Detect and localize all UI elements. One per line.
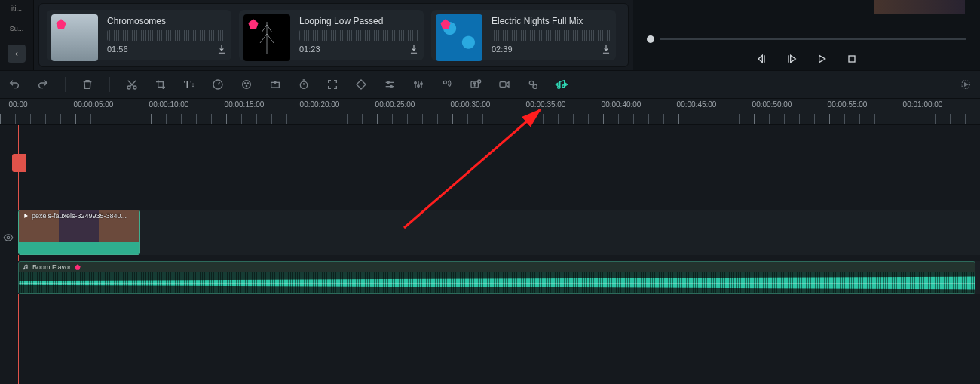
svg-rect-13 xyxy=(849,56,855,62)
ruler-time-label: 00:00:45:00 xyxy=(677,100,717,109)
media-thumbnail xyxy=(51,14,98,61)
video-clip[interactable]: pexels-fauxels-3249935-3840... xyxy=(18,210,140,255)
ruler-time-label: 00:00:15:00 xyxy=(225,100,265,109)
download-icon[interactable] xyxy=(216,44,227,54)
media-library: Chromosomes 01:56 Looping Low Passed 01:… xyxy=(38,3,629,67)
svg-marker-0 xyxy=(56,19,66,29)
media-item[interactable]: Chromosomes 01:56 xyxy=(47,10,231,60)
media-duration: 01:56 xyxy=(107,45,128,54)
media-title: Looping Low Passed xyxy=(299,16,419,26)
stop-button[interactable] xyxy=(845,52,859,66)
subtitle-auto-icon[interactable]: T xyxy=(469,78,482,91)
media-item[interactable]: Electric Nights Full Mix 02:39 xyxy=(431,10,616,60)
redo-icon[interactable] xyxy=(36,78,50,91)
delete-icon[interactable] xyxy=(81,78,94,91)
smart-edit-icon[interactable] xyxy=(526,78,540,91)
svg-text:T: T xyxy=(473,82,476,87)
timer-icon[interactable] xyxy=(297,78,311,91)
video-track[interactable]: pexels-fauxels-3249935-3840... xyxy=(18,210,980,255)
timeline-tracks[interactable]: pexels-fauxels-3249935-3840... Boom Flav… xyxy=(0,125,980,384)
preview-frame xyxy=(874,0,965,14)
svg-point-51 xyxy=(26,267,27,269)
svg-line-4 xyxy=(267,25,272,32)
media-duration: 02:39 xyxy=(492,45,513,54)
media-title: Chromosomes xyxy=(107,16,227,26)
premium-gem-icon xyxy=(439,17,452,31)
svg-point-50 xyxy=(23,268,25,269)
voice-icon[interactable] xyxy=(440,78,454,91)
track-visibility-icon[interactable] xyxy=(3,232,14,243)
svg-line-5 xyxy=(260,34,267,43)
waveform-preview-icon xyxy=(107,30,227,41)
audio-waveform xyxy=(19,272,975,293)
svg-point-20 xyxy=(246,85,247,86)
undo-icon[interactable] xyxy=(8,78,21,91)
timeline-settings-icon[interactable] xyxy=(959,78,972,91)
speed-icon[interactable] xyxy=(211,78,225,91)
ruler-time-label: 00:00:35:00 xyxy=(526,100,566,109)
audio-track[interactable]: Boom Flavor xyxy=(18,261,980,294)
svg-point-19 xyxy=(247,83,248,84)
playback-controls xyxy=(755,52,859,66)
svg-marker-45 xyxy=(565,84,567,86)
svg-marker-49 xyxy=(24,214,28,218)
download-icon[interactable] xyxy=(409,44,419,54)
svg-marker-39 xyxy=(507,82,509,88)
ruler-time-label: 00:00:55:00 xyxy=(828,100,868,109)
timeline-ruler[interactable]: 00:0000:00:05:0000:00:10:0000:00:15:0000… xyxy=(0,99,980,125)
svg-line-3 xyxy=(262,25,267,32)
cut-icon[interactable] xyxy=(125,78,139,91)
ruler-time-label: 00:00 xyxy=(8,100,27,109)
svg-point-37 xyxy=(478,80,481,83)
media-item[interactable]: Looping Low Passed 01:23 xyxy=(239,10,424,60)
crop-icon[interactable] xyxy=(154,78,167,91)
preview-scrubber[interactable] xyxy=(647,35,966,43)
ruler-time-label: 00:00:40:00 xyxy=(602,100,642,109)
prev-frame-button[interactable] xyxy=(755,52,768,66)
play-button[interactable] xyxy=(815,52,828,66)
ruler-time-label: 00:00:05:00 xyxy=(74,100,114,109)
video-clip-label: pexels-fauxels-3249935-3840... xyxy=(22,212,127,220)
audio-clip-header: Boom Flavor xyxy=(19,262,975,272)
fit-icon[interactable] xyxy=(326,78,339,91)
scrub-handle-icon[interactable] xyxy=(647,35,654,43)
audio-mix-icon[interactable] xyxy=(412,78,425,91)
svg-marker-8 xyxy=(758,55,762,62)
audio-clip[interactable]: Boom Flavor xyxy=(18,261,975,294)
record-icon[interactable] xyxy=(498,78,511,91)
media-duration: 01:23 xyxy=(299,45,320,54)
adjust-icon[interactable] xyxy=(383,78,397,91)
svg-point-18 xyxy=(244,83,245,84)
svg-point-48 xyxy=(7,236,10,239)
color-icon[interactable] xyxy=(240,78,253,91)
left-rail: iti... Su... ‹ xyxy=(0,0,34,70)
tag-icon[interactable] xyxy=(354,78,368,91)
back-button[interactable]: ‹ xyxy=(8,45,26,63)
svg-point-40 xyxy=(529,81,533,84)
rail-category: Su... xyxy=(10,25,24,32)
preview-panel xyxy=(633,0,980,70)
ruler-time-label: 00:00:30:00 xyxy=(451,100,491,109)
media-thumbnail xyxy=(436,14,482,61)
svg-marker-11 xyxy=(791,55,796,62)
svg-marker-52 xyxy=(75,264,81,270)
svg-marker-7 xyxy=(440,19,451,29)
download-icon[interactable] xyxy=(601,44,611,54)
svg-point-34 xyxy=(443,81,446,84)
svg-marker-12 xyxy=(819,55,825,62)
svg-point-43 xyxy=(562,85,565,88)
text-icon[interactable]: T↓ xyxy=(182,78,196,91)
rail-category-top: iti... xyxy=(11,5,22,12)
svg-marker-44 xyxy=(556,84,558,86)
beat-detect-icon[interactable] xyxy=(555,78,568,91)
svg-point-17 xyxy=(243,81,251,89)
premium-gem-icon xyxy=(54,17,68,31)
svg-rect-38 xyxy=(500,82,506,88)
playhead-handle-icon[interactable] xyxy=(12,154,26,172)
waveform-preview-icon xyxy=(299,30,419,41)
waveform-preview-icon xyxy=(492,30,611,41)
ruler-time-label: 00:00:20:00 xyxy=(300,100,340,109)
keyframe-icon[interactable] xyxy=(268,78,282,91)
ruler-time-label: 00:01:00:00 xyxy=(903,100,943,109)
play-in-button[interactable] xyxy=(785,52,798,66)
